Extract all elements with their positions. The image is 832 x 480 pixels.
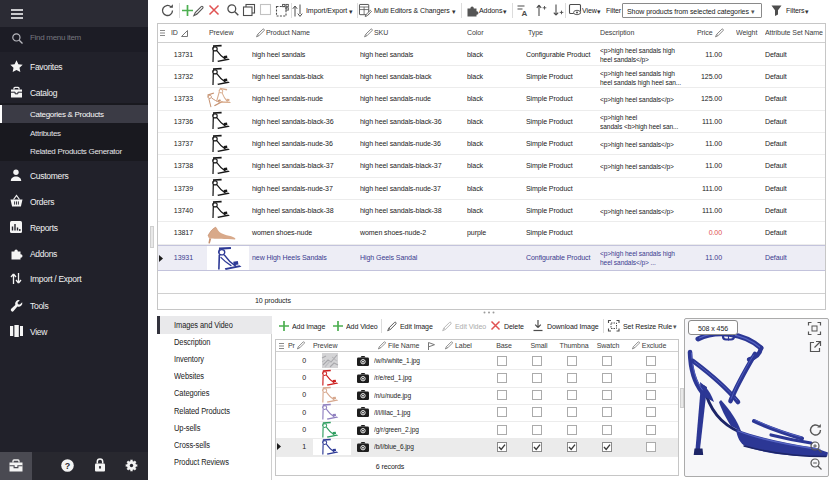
svg-text:A: A xyxy=(522,9,528,18)
svg-text:?: ? xyxy=(65,461,71,471)
